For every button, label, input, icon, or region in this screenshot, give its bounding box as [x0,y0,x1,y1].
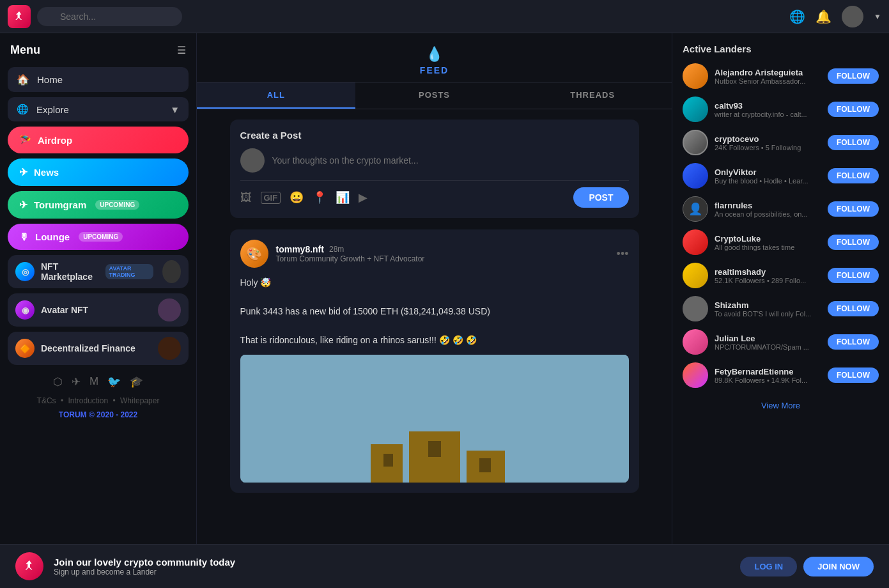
sidebar-explore-label: Explore [36,104,69,115]
lounge-badge: UPCOMING [79,232,123,242]
sidebar-airdrop-button[interactable]: 🪂 Airdrop [8,127,189,153]
avatar-nft-icon: ◉ [15,300,35,320]
banner-actions: LOG IN JOIN NOW [740,557,874,576]
lander-item: Shizahm To avoid BOT'S I will only Fol..… [683,296,879,321]
chart-icon[interactable]: 📊 [336,190,350,205]
follow-button-1[interactable]: FOLLOW [828,68,879,84]
join-button[interactable]: JOIN NOW [803,557,874,576]
sidebar-torumgram-button[interactable]: ✈ Torumgram UPCOMING [8,191,189,219]
post-username: tommy8.nft [276,244,324,254]
video-icon[interactable]: ▶ [359,190,367,205]
telegram-icon[interactable]: ✈ [72,375,81,389]
lander-desc-7: 52.1K Followers • 289 Follo... [715,277,821,284]
sidebar-lounge-button[interactable]: 🎙 Lounge UPCOMING [8,224,189,250]
tcs-link[interactable]: T&Cs [37,396,56,405]
follow-button-10[interactable]: FOLLOW [828,368,879,383]
whitepaper-link[interactable]: Whitepaper [120,396,159,405]
create-post-section: Create a Post 🖼 GIF 😀 📍 📊 ▶ POST [230,120,639,218]
tab-threads[interactable]: THREADS [513,82,672,109]
lounge-label: Lounge [35,231,70,242]
tab-all[interactable]: ALL [197,82,355,109]
login-button[interactable]: LOG IN [740,557,797,576]
follow-button-9[interactable]: FOLLOW [828,334,879,350]
location-icon[interactable]: 📍 [313,190,327,205]
user-avatar[interactable] [842,6,863,27]
post-more-icon[interactable]: ••• [617,247,629,261]
lander-avatar-1 [683,63,708,89]
create-post-input-row [240,148,629,173]
lander-name-2: caltv93 [715,101,821,111]
feed-title: FEED [197,65,672,75]
sidebar-defi-button[interactable]: 🔶 Decentralized Finance [8,332,189,365]
sidebar-avatar-nft-button[interactable]: ◉ Avatar NFT [8,293,189,327]
lounge-icon: 🎙 [19,231,29,242]
twitter-icon[interactable]: 🐦 [107,375,121,389]
defi-label: Decentralized Finance [41,343,135,353]
follow-button-3[interactable]: FOLLOW [828,135,879,150]
defi-preview [158,337,181,360]
lander-item: OnlyViktor Buy the blood • Hodle • Lear.… [683,163,879,189]
tab-posts[interactable]: POSTS [355,82,514,109]
menu-title: Menu [10,43,40,57]
topnav-right: 🌐 🔔 ▼ [789,6,881,27]
logo[interactable] [8,5,31,28]
lander-item: FetyBernardEtienne 89.8K Followers • 14.… [683,362,879,388]
torumgram-label: Torumgram [34,199,86,210]
post-card: 🎨 tommy8.nft 28m Torum Community Growth … [230,229,639,493]
bottom-banner: Join our lovely crypto community today S… [0,544,889,588]
lander-name-7: realtimshady [715,267,821,277]
discord-icon[interactable]: ⬡ [53,375,63,389]
menu-toggle-icon[interactable]: ☰ [177,44,186,56]
lander-desc-3: 24K Followers • 5 Following [715,144,821,151]
banner-text: Join our lovely crypto community today S… [54,557,235,576]
feed-header: 💧 FEED ALL POSTS THREADS [197,33,672,109]
post-input[interactable] [272,155,629,166]
sidebar-news-button[interactable]: ✈ News [8,159,189,186]
body-layout: Menu ☰ 🏠 Home 🌐 Explore ▼ 🪂 Airdrop ✈ Ne… [0,33,889,588]
gif-icon[interactable]: GIF [261,192,281,204]
lander-info-8: Shizahm To avoid BOT'S I will only Fol..… [715,300,821,318]
view-more-button[interactable]: View More [683,396,879,415]
follow-button-6[interactable]: FOLLOW [828,235,879,250]
emoji-icon[interactable]: 😀 [290,190,304,205]
copyright: TORUM © 2020 - 2022 [8,410,189,419]
follow-button-7[interactable]: FOLLOW [828,268,879,283]
sidebar-item-explore[interactable]: 🌐 Explore ▼ [8,97,189,121]
globe-icon[interactable]: 🌐 [789,9,805,24]
menu-header: Menu ☰ [8,43,189,62]
svg-rect-4 [383,454,393,467]
chevron-down-icon[interactable]: ▼ [874,12,881,21]
lander-info-5: flarnrules An ocean of possibilities, on… [715,201,821,218]
nft-marketplace-icon: ◎ [15,262,35,281]
image-upload-icon[interactable]: 🖼 [240,191,252,205]
lander-desc-4: Buy the blood • Hodle • Lear... [715,177,821,185]
follow-button-8[interactable]: FOLLOW [828,301,879,316]
sidebar-item-home[interactable]: 🏠 Home [8,67,189,92]
bell-icon[interactable]: 🔔 [816,9,831,24]
active-landers-title: Active Landers [683,43,879,54]
avatar-nft-label: Avatar NFT [41,305,88,315]
intro-link[interactable]: Introduction [68,396,108,405]
lander-name-3: cryptocevo [715,134,821,144]
post-button[interactable]: POST [573,187,628,208]
feed-body: Create a Post 🖼 GIF 😀 📍 📊 ▶ POST [217,109,652,512]
lander-name-10: FetyBernardEtienne [715,367,821,376]
follow-button-2[interactable]: FOLLOW [828,102,879,117]
education-icon[interactable]: 🎓 [130,375,143,389]
lander-name-9: Julian Lee [715,334,821,343]
follow-button-5[interactable]: FOLLOW [828,201,879,217]
svg-rect-6 [479,458,491,472]
lander-desc-10: 89.8K Followers • 14.9K Fol... [715,376,821,384]
lander-item: realtimshady 52.1K Followers • 289 Follo… [683,263,879,288]
post-timestamp: 28m [329,245,344,254]
sidebar-home-label: Home [37,74,63,85]
lander-avatar-9 [683,329,708,355]
sidebar-nft-marketplace-button[interactable]: ◎ NFT Marketplace AVATAR TRADING [8,255,189,288]
lander-info-9: Julian Lee NPC/TORUMNATOR/Spam ... [715,334,821,351]
post-content-line1: Punk 3443 has a new bid of 15000 ETH ($1… [240,306,490,316]
news-icon: ✈ [19,166,27,178]
follow-button-4[interactable]: FOLLOW [828,168,879,183]
search-input[interactable] [37,7,182,26]
lander-avatar-3 [683,130,708,155]
medium-icon[interactable]: M [89,375,98,389]
